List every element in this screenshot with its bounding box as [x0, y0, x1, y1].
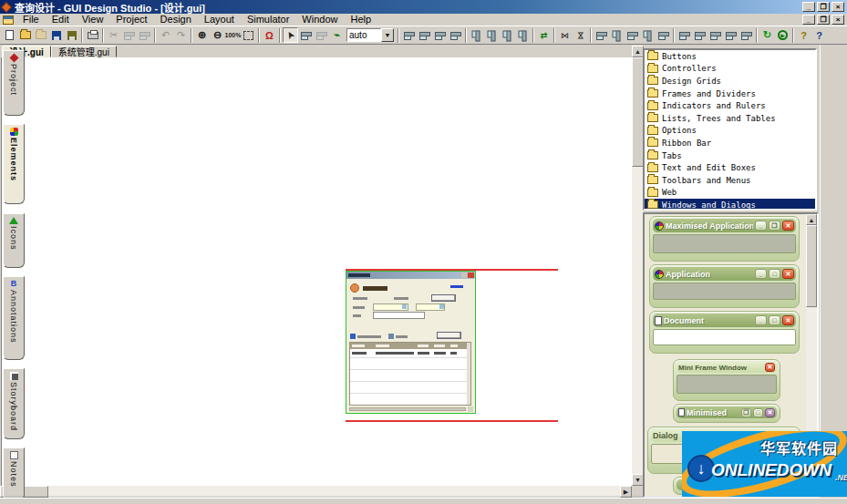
category-toolbars-menus[interactable]: Toolbars and Menus: [645, 174, 815, 187]
bring-forward-button[interactable]: [677, 27, 692, 43]
connector-mode-value[interactable]: auto: [346, 28, 381, 42]
layout-vertical-button[interactable]: [609, 27, 625, 43]
align-center-button[interactable]: [417, 27, 432, 43]
category-controllers[interactable]: Controllers: [645, 63, 815, 76]
layout-table-button[interactable]: [656, 27, 671, 43]
mockup-row-line: [350, 357, 469, 358]
zoom-out-button[interactable]: ⊖: [210, 27, 225, 43]
zoom-100-button[interactable]: 100%: [225, 27, 241, 43]
menu-file[interactable]: File: [16, 14, 46, 26]
bring-to-front-button[interactable]: [708, 27, 723, 43]
save-button[interactable]: [48, 27, 64, 43]
layout-grid-button[interactable]: [625, 27, 640, 43]
toolbar-separator: [398, 28, 399, 43]
category-design-grids[interactable]: Design Grids: [645, 75, 815, 87]
preview-application[interactable]: Application _ □ ✕: [649, 264, 800, 308]
group-icon: [741, 31, 751, 40]
toolbar-separator: [465, 28, 467, 43]
side-tab-storyboard[interactable]: Storyboard: [3, 368, 25, 439]
preview-vscroll-thumb[interactable]: [806, 225, 817, 307]
side-tab-icons[interactable]: Icons: [3, 213, 25, 268]
menu-help[interactable]: Help: [344, 14, 377, 26]
edit-element-button[interactable]: [314, 27, 329, 43]
category-frames-dividers[interactable]: Frames and Dividers: [645, 87, 815, 100]
menu-edit[interactable]: Edit: [46, 14, 76, 26]
align-justify-button[interactable]: [448, 27, 463, 43]
help-button[interactable]: ?: [796, 27, 811, 43]
menu-window[interactable]: Window: [295, 14, 344, 26]
zoom-in-button[interactable]: ⊕: [194, 27, 210, 43]
dropdown-arrow-icon[interactable]: ▼: [381, 28, 394, 42]
category-text-edit-boxes[interactable]: Text and Edit Boxes: [645, 161, 815, 174]
menu-simulator[interactable]: Simulator: [241, 14, 295, 26]
preview-vscroll-up-button[interactable]: ▲: [806, 214, 817, 225]
connect-tool-button[interactable]: ⌁: [329, 27, 345, 43]
open-button[interactable]: [17, 27, 33, 43]
category-web[interactable]: Web: [645, 187, 815, 200]
menu-project[interactable]: Project: [109, 14, 153, 26]
snap-magnet-button[interactable]: Ω: [262, 27, 277, 43]
minimize-button[interactable]: _: [802, 2, 815, 12]
connector-mode-dropdown[interactable]: auto ▼: [346, 28, 394, 43]
menu-view[interactable]: View: [76, 14, 110, 26]
preview-document[interactable]: Document _ □ ✕: [649, 311, 800, 354]
layout-stack-button[interactable]: [640, 27, 656, 43]
side-tab-annotations[interactable]: B Annotations: [3, 276, 25, 360]
menu-design[interactable]: Design: [154, 14, 198, 26]
category-lists-trees-tables[interactable]: Lists, Trees and Tables: [645, 112, 815, 125]
layout-horizontal-button[interactable]: [594, 27, 609, 43]
mdi-child-icon[interactable]: [3, 15, 14, 25]
category-ribbon-bar[interactable]: Ribbon Bar: [645, 137, 815, 149]
canvas-hscroll-right-button[interactable]: ▶: [620, 486, 632, 498]
close-button[interactable]: ×: [832, 2, 844, 12]
align-bottom-button[interactable]: [500, 27, 515, 43]
preview-mini-frame-window[interactable]: Mini Frame Window ✕: [673, 359, 780, 401]
align-left-button[interactable]: [401, 27, 417, 43]
category-options[interactable]: Options: [645, 125, 815, 138]
zoom-fit-button[interactable]: [241, 27, 256, 43]
group-button[interactable]: [739, 27, 754, 43]
child-restore-button[interactable]: ❐: [817, 15, 830, 25]
side-tab-project[interactable]: Project: [3, 50, 25, 116]
copy-button[interactable]: [121, 27, 137, 43]
category-buttons[interactable]: Buttons: [645, 50, 815, 63]
category-tabs[interactable]: Tabs: [645, 149, 815, 162]
child-minimize-button[interactable]: _: [802, 15, 815, 25]
redo-button[interactable]: ↷: [173, 27, 189, 43]
side-tab-elements[interactable]: Elements: [3, 124, 25, 204]
guide-line-bottom[interactable]: [346, 420, 558, 422]
swap-button[interactable]: ⇄: [536, 27, 552, 43]
print-button[interactable]: [85, 27, 100, 43]
make-same-height-button[interactable]: ⋈: [573, 27, 588, 43]
context-help-button[interactable]: ?: [811, 27, 827, 43]
save-all-button[interactable]: [64, 27, 79, 43]
preview-minimised[interactable]: Minimised ❐ □ ✕: [673, 404, 780, 423]
select-elements-button[interactable]: [298, 27, 314, 43]
align-right-button[interactable]: [432, 27, 448, 43]
tab-system-mgmt-gui[interactable]: 系统管理.gui: [51, 46, 117, 57]
run-simulation-button[interactable]: ▶: [775, 27, 790, 43]
send-backward-button[interactable]: [692, 27, 708, 43]
restore-button[interactable]: ❐: [817, 2, 830, 12]
make-same-width-button[interactable]: ⋈: [557, 27, 573, 43]
align-baseline-button[interactable]: [515, 27, 531, 43]
import-button[interactable]: [33, 27, 48, 43]
preview-maximised-application[interactable]: Maximised Application _ ❐ ✕: [649, 216, 800, 262]
side-tab-notes[interactable]: Notes: [3, 447, 25, 500]
undo-button[interactable]: ↶: [158, 27, 173, 43]
refresh-button[interactable]: ↻: [759, 27, 775, 43]
menu-layout[interactable]: Layout: [198, 14, 241, 26]
paste-button[interactable]: [137, 27, 152, 43]
category-windows-dialogs[interactable]: Windows and Dialogs: [645, 199, 815, 211]
cut-button[interactable]: ✂: [106, 27, 121, 43]
align-top-button[interactable]: [469, 27, 484, 43]
design-canvas[interactable]: [1, 57, 632, 486]
canvas-hscroll-track[interactable]: [0, 486, 632, 498]
child-close-button[interactable]: ×: [832, 15, 844, 25]
align-middle-button[interactable]: [484, 27, 500, 43]
mockup-window[interactable]: [346, 271, 476, 414]
send-to-back-button[interactable]: [723, 27, 739, 43]
pointer-tool-button[interactable]: ➤: [283, 27, 298, 43]
category-indicators-rulers[interactable]: Indicators and Rulers: [645, 99, 815, 112]
new-button[interactable]: [2, 27, 17, 43]
